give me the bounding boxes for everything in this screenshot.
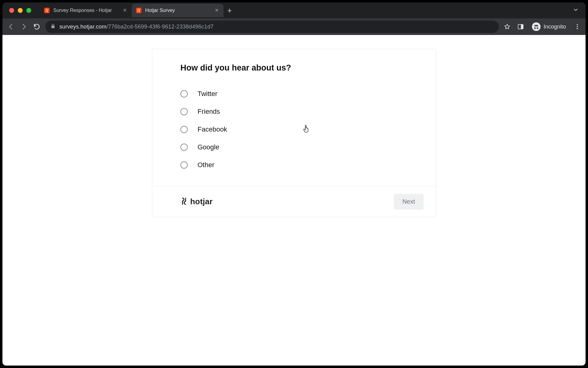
next-button[interactable]: Next bbox=[394, 194, 424, 209]
option-twitter[interactable]: Twitter bbox=[180, 85, 408, 103]
tab-strip: Survey Responses - Hotjar ✕ Hotjar Surve… bbox=[2, 2, 586, 18]
hotjar-wordmark: hotjar bbox=[190, 197, 213, 206]
forward-button[interactable] bbox=[20, 22, 28, 31]
tabs: Survey Responses - Hotjar ✕ Hotjar Surve… bbox=[40, 2, 236, 18]
new-tab-button[interactable]: + bbox=[224, 6, 236, 14]
kebab-menu-icon[interactable] bbox=[573, 23, 581, 31]
survey-card: How did you hear about us? Twitter Frien… bbox=[152, 49, 436, 217]
url-text: surveys.hotjar.com/776ba2cd-5699-43f6-96… bbox=[59, 24, 213, 30]
side-panel-icon[interactable] bbox=[517, 23, 525, 31]
url-domain: surveys.hotjar.com bbox=[59, 24, 107, 30]
bookmark-star-icon[interactable] bbox=[503, 23, 511, 31]
option-label: Other bbox=[198, 161, 214, 169]
incognito-label: Incognito bbox=[544, 24, 566, 30]
address-bar[interactable]: surveys.hotjar.com/776ba2cd-5699-43f6-96… bbox=[45, 21, 499, 33]
survey-footer: hotjar Next bbox=[152, 186, 436, 217]
radio-icon bbox=[180, 90, 188, 98]
browser-window: Survey Responses - Hotjar ✕ Hotjar Surve… bbox=[2, 2, 586, 366]
incognito-indicator[interactable]: Incognito bbox=[530, 21, 568, 32]
back-button[interactable] bbox=[7, 22, 15, 31]
url-path: /776ba2cd-5699-43f6-9612-2338d496c1d7 bbox=[107, 24, 214, 30]
option-facebook[interactable]: Facebook bbox=[180, 121, 408, 138]
minimize-window-button[interactable] bbox=[18, 8, 23, 13]
close-window-button[interactable] bbox=[9, 8, 14, 13]
hotjar-favicon-icon bbox=[136, 8, 141, 13]
radio-icon bbox=[180, 161, 188, 169]
option-friends[interactable]: Friends bbox=[180, 103, 408, 121]
browser-toolbar: surveys.hotjar.com/776ba2cd-5699-43f6-96… bbox=[2, 18, 586, 35]
option-google[interactable]: Google bbox=[180, 138, 408, 156]
survey-question: How did you hear about us? bbox=[180, 63, 408, 73]
tab-title: Survey Responses - Hotjar bbox=[53, 8, 118, 13]
tab-survey-responses[interactable]: Survey Responses - Hotjar ✕ bbox=[40, 4, 132, 17]
hotjar-flame-icon bbox=[180, 197, 188, 206]
tabs-menu-button[interactable] bbox=[573, 7, 582, 14]
option-label: Google bbox=[198, 143, 219, 151]
radio-icon bbox=[180, 126, 188, 133]
option-label: Facebook bbox=[198, 125, 227, 133]
hotjar-logo[interactable]: hotjar bbox=[180, 197, 213, 206]
option-label: Twitter bbox=[198, 90, 217, 98]
option-label: Friends bbox=[198, 108, 220, 116]
window-controls bbox=[9, 8, 31, 13]
reload-button[interactable] bbox=[32, 22, 41, 31]
toolbar-right: Incognito bbox=[503, 21, 581, 32]
tab-close-icon[interactable]: ✕ bbox=[214, 8, 219, 13]
tab-hotjar-survey[interactable]: Hotjar Survey ✕ bbox=[132, 4, 224, 17]
hotjar-favicon-icon bbox=[44, 8, 50, 13]
svg-rect-1 bbox=[521, 25, 523, 29]
incognito-icon bbox=[532, 22, 541, 31]
page-viewport: How did you hear about us? Twitter Frien… bbox=[2, 35, 586, 366]
svg-point-3 bbox=[577, 26, 578, 27]
svg-point-2 bbox=[577, 24, 578, 25]
radio-icon bbox=[180, 144, 188, 151]
lock-icon bbox=[50, 23, 56, 30]
option-other[interactable]: Other bbox=[180, 156, 408, 174]
tab-title: Hotjar Survey bbox=[145, 8, 210, 13]
radio-icon bbox=[180, 108, 188, 115]
svg-point-4 bbox=[577, 28, 578, 29]
tab-close-icon[interactable]: ✕ bbox=[122, 8, 127, 13]
maximize-window-button[interactable] bbox=[26, 8, 31, 13]
survey-body: How did you hear about us? Twitter Frien… bbox=[152, 49, 436, 186]
